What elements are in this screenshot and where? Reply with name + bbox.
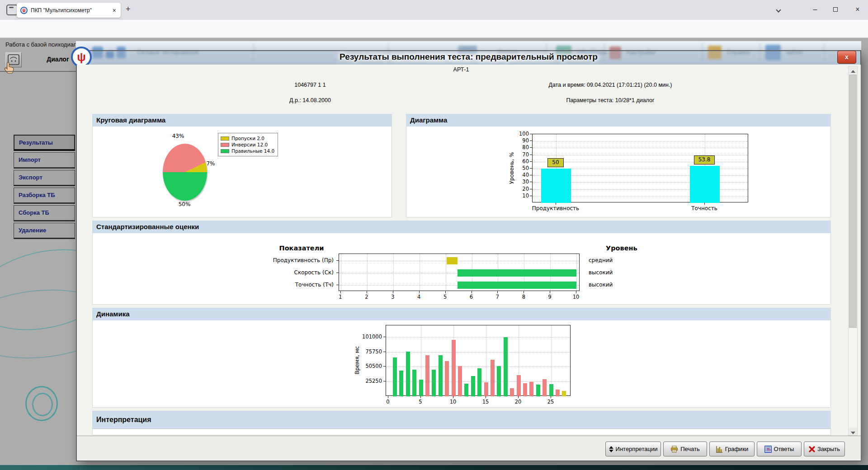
tickmark [367,291,367,293]
footer-button-3[interactable]: Графики [709,442,755,456]
diagram-ytick: 60 [514,158,529,164]
diagram-ytick: 20 [514,186,529,192]
tickmark [383,381,386,381]
diagram-value-box: 50 [547,158,564,167]
tickmark [530,189,532,189]
tab-list-chevron-icon[interactable] [771,4,786,15]
tickmark [530,155,532,155]
legend-row: Инверсии 12.0 [221,141,274,148]
browser-tab[interactable]: ψ ПКП "Мультипсихометр" × [17,3,121,18]
tickmark [472,291,472,293]
footer-button-5[interactable]: Закрыть [804,442,845,456]
dynamics-bar [477,368,481,396]
dialog-footer: ИнтерпретацииПечатьГрафикиОтветыЗакрыть [77,436,861,461]
sidebar-item-2[interactable]: Импорт [14,152,75,169]
std-xtick: 9 [545,294,554,300]
dynamics-bar [471,376,475,396]
diagram-ytick: 50 [514,165,529,171]
page-bottom-strip [0,465,868,470]
menu-dialog-label[interactable]: Диалог [40,56,76,63]
minimize-button[interactable]: – [807,4,823,15]
std-left-header: Показатели [256,244,347,252]
dynamics-bar [484,382,488,396]
restore-button[interactable] [828,4,843,15]
sidebar-item-4[interactable]: Разборка ТБ [14,188,75,204]
tickmark [530,168,532,169]
dynamics-bar [556,390,560,396]
dynamics-bar [445,361,449,396]
std-xtick: 3 [388,294,397,300]
std-row-label: Скорость (Ск) [243,269,334,276]
footer-button-4[interactable]: Ответы [757,442,802,456]
diagram-plot [532,134,748,202]
tickmark [524,291,524,293]
pie-ellipse [163,144,207,201]
tickmark [383,352,386,352]
tickmark [530,182,532,182]
std-level-label: средний [589,257,661,263]
new-tab-button[interactable]: + [126,5,131,14]
tickmark [530,134,532,134]
sidebar-item-1[interactable]: Результаты [14,135,75,151]
diagram-ytick: 40 [514,172,529,178]
tickmark [518,396,519,398]
tab-close-icon[interactable]: × [112,7,117,14]
diagram-ytick: 30 [514,179,529,185]
footer-button-label: Интерпретации [616,446,658,452]
std-row-label: Точность (Тч) [243,282,334,288]
dynamics-bar [497,366,501,396]
legend-chip [221,136,229,141]
tickmark [336,285,339,285]
test-name: АРТ-1 [416,66,506,73]
diagram-ytick: 10 [514,193,529,199]
dynamics-bar [536,385,540,396]
dynamics-xtick: 25 [545,399,556,405]
dynamics-xtick: 20 [513,399,524,405]
test-params: Параметры теста: 10/28*1 диалог [475,97,746,103]
dialog-body: АРТ-1 1046797 1 1 Дата и время: 09.04.20… [77,65,861,461]
tickmark [336,273,339,273]
sidebar-item-6[interactable]: Удаление [14,223,75,239]
footer-button-label: Печать [680,446,700,452]
dynamics-bar [510,388,514,396]
window-close-button[interactable]: × [850,4,865,15]
dynamics-xtick: 15 [480,399,491,405]
std-xtick: 8 [519,294,528,300]
std-level-label: высокий [589,269,661,276]
std-xtick: 6 [467,294,476,300]
dynamics-bar [562,391,566,396]
tickmark [393,291,393,293]
scroll-down-button[interactable] [849,428,857,435]
legend-label: Инверсии 12.0 [231,142,268,147]
footer-button-1[interactable]: Интерпретации [605,442,661,456]
dynamics-bar [412,370,416,396]
std-xtick: 4 [415,294,424,300]
diagram-category: Точность [668,205,741,212]
footer-button-2[interactable]: Печать [663,442,707,456]
scrollbar-thumb[interactable] [849,75,857,328]
legend-row: Правильные 14.0 [221,148,274,154]
sidebar-item-3[interactable]: Экспорт [14,170,75,186]
tickmark [453,396,453,398]
dialog-title: Результаты выполнения теста: предварител… [77,52,860,62]
tickmark [336,260,339,261]
diagram-ytick: 70 [514,151,529,158]
bar-chart-icon [716,446,723,453]
tickmark [551,396,551,398]
scroll-up-button[interactable] [849,66,857,74]
legend-label: Пропуски 2.0 [231,136,264,141]
dynamics-bar [419,380,423,396]
std-xtick: 2 [362,294,371,300]
tickmark [388,396,388,398]
decorative-spiral [25,386,58,421]
printer-icon [670,446,678,453]
legend-chip [221,143,229,147]
dialog-close-button[interactable]: x [837,51,856,64]
tab-favicon-psi-icon: ψ [20,7,28,14]
dialog-scrollbar[interactable] [848,66,858,436]
tickmark [497,291,498,293]
tickmark [420,396,421,398]
std-right-header: Уровень [606,244,637,252]
sidebar-item-5[interactable]: Сборка ТБ [14,205,75,221]
tickmark [530,196,532,196]
